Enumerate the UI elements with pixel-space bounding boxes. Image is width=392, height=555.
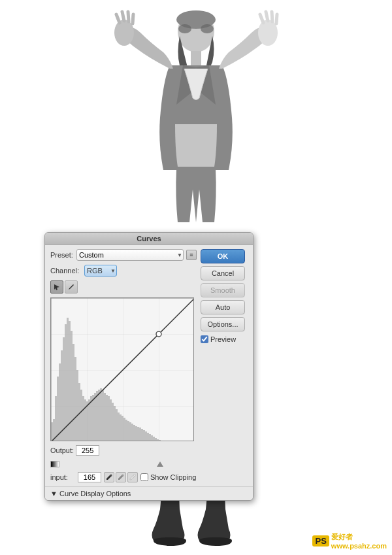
preset-menu-button[interactable]: ≡ [186,250,197,260]
svg-line-14 [276,14,277,24]
curve-display-label: ▼ Curve Display Options [50,490,131,497]
curve-display-options-row[interactable]: ▼ Curve Display Options [45,486,253,500]
channel-select-wrapper[interactable]: RGB ▼ [84,265,117,277]
svg-rect-35 [86,401,88,441]
svg-rect-48 [112,403,114,441]
svg-rect-32 [80,390,82,441]
svg-rect-49 [114,406,116,441]
smooth-button: Smooth [201,283,245,297]
svg-rect-59 [133,425,135,441]
dialog-title: Curves [137,235,161,243]
svg-rect-42 [100,388,102,441]
svg-rect-46 [108,396,110,441]
svg-rect-55 [125,420,127,441]
watermark-site-label: 爱好者 www.psahz.com [331,532,387,550]
figure-upper [78,0,314,235]
watermark: PS 爱好者 www.psahz.com [312,532,387,550]
curves-dialog: Curves Preset: Custom ▼ ≡ Channel: [44,232,253,501]
svg-rect-33 [82,396,84,441]
svg-rect-43 [102,390,104,441]
svg-point-79 [134,475,136,477]
svg-line-9 [133,14,133,24]
output-gradient-bar [50,461,59,467]
preset-menu-icon: ≡ [189,252,193,258]
svg-point-77 [110,475,112,477]
white-eyedropper-button[interactable] [127,472,138,482]
svg-rect-68 [151,435,153,441]
preview-row: Preview [201,335,248,343]
watermark-site-url: www.psahz.com [331,542,387,550]
gray-eyedropper-button[interactable] [116,472,126,482]
svg-rect-56 [127,421,129,441]
svg-rect-66 [147,433,149,441]
svg-rect-28 [73,344,74,441]
auto-label: Auto [216,303,231,311]
show-clipping-checkbox[interactable] [140,473,148,481]
svg-rect-30 [76,370,78,441]
svg-rect-23 [63,337,65,441]
channel-select[interactable]: RGB [84,265,117,277]
svg-rect-62 [139,428,141,441]
input-label: input: [50,473,75,481]
output-value-input[interactable] [76,445,99,456]
svg-rect-25 [67,318,69,441]
preset-select[interactable]: Custom [76,249,184,261]
preview-checkbox[interactable] [201,335,208,343]
auto-button[interactable]: Auto [201,300,245,314]
svg-rect-40 [96,391,98,441]
svg-line-13 [272,12,272,22]
black-eyedropper-button[interactable] [104,472,114,482]
curve-control-point[interactable] [156,331,161,337]
svg-rect-20 [57,377,59,441]
svg-rect-64 [143,430,145,441]
ok-label: OK [218,252,229,260]
channel-label: Channel: [50,267,82,275]
svg-rect-24 [65,324,67,441]
svg-rect-38 [92,395,94,441]
pencil-tool-button[interactable] [65,280,78,294]
svg-rect-57 [129,422,131,441]
svg-line-6 [116,14,120,23]
black-eyedropper-icon [106,474,112,480]
options-label: Options... [207,320,238,328]
svg-rect-51 [118,412,120,441]
curves-canvas-wrapper[interactable] [50,297,194,441]
curves-svg[interactable] [51,298,194,441]
eyedropper-buttons [104,472,138,482]
svg-rect-50 [116,409,118,441]
svg-rect-4 [191,51,201,67]
preset-select-wrapper[interactable]: Custom ▼ [76,249,184,261]
pointer-tool-button[interactable] [50,280,63,294]
dialog-titlebar: Curves [45,233,253,245]
svg-point-78 [122,475,124,477]
svg-rect-54 [123,418,125,441]
svg-rect-60 [135,426,137,441]
svg-rect-45 [106,395,108,441]
svg-rect-22 [61,350,63,441]
svg-rect-65 [145,431,147,441]
output-label: Output: [50,446,74,454]
cancel-button[interactable]: Cancel [201,266,245,280]
show-clipping-row: Show Clipping [140,473,196,481]
svg-rect-53 [122,416,123,441]
svg-line-7 [122,12,124,21]
preview-label: Preview [210,335,236,343]
svg-rect-58 [131,424,133,441]
watermark-ps-label: PS [312,535,329,547]
svg-point-2 [178,24,191,33]
curves-canvas[interactable] [50,297,194,441]
svg-rect-70 [155,438,157,441]
svg-rect-61 [137,427,139,441]
svg-rect-44 [104,393,106,441]
svg-rect-63 [141,429,143,441]
svg-line-8 [128,12,129,22]
input-value-input[interactable] [78,472,101,482]
triangle-marker [157,462,163,467]
svg-rect-47 [110,399,112,441]
smooth-label: Smooth [210,286,235,294]
svg-rect-71 [157,439,159,441]
gray-eyedropper-icon [118,474,124,480]
ok-button[interactable]: OK [201,249,245,263]
options-button[interactable]: Options... [201,317,245,331]
svg-rect-69 [153,437,155,441]
